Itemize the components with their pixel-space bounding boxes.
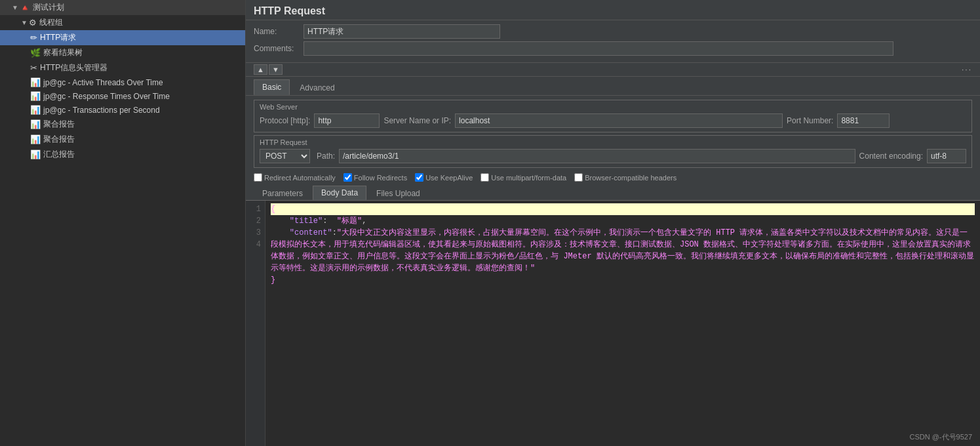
sidebar-item-aggregate1[interactable]: 📊 聚合报告 [0, 117, 245, 132]
sidebar-item-label: 聚合报告 [43, 134, 75, 145]
name-input[interactable] [304, 24, 500, 39]
sidebar-item-thread-group[interactable]: ▼ ⚙ 线程组 [0, 15, 245, 30]
sub-tab-parameters[interactable]: Parameters [254, 186, 311, 200]
web-server-title: Web Server [260, 103, 966, 111]
browser-headers-checkbox[interactable] [574, 173, 583, 182]
protocol-label: Protocol [http]: [260, 116, 310, 125]
down-button[interactable]: ▼ [269, 64, 283, 75]
sidebar-item-transactions[interactable]: 📊 jp@gc - Transactions per Second [0, 103, 245, 117]
code-line-1: { [271, 203, 975, 215]
line-num-3: 3 [250, 227, 261, 239]
http-request-section-title: HTTP Request [260, 138, 966, 146]
http-request-section: HTTP Request POST GET PUT DELETE Path: C… [254, 135, 972, 168]
browser-headers-label[interactable]: Browser-compatible headers [574, 173, 676, 182]
test-plan-icon: 🔺 [20, 3, 30, 12]
page-title: HTTP Request [254, 5, 972, 17]
sidebar-item-label: jp@gc - Response Times Over Time [43, 92, 170, 101]
sidebar-item-summary[interactable]: 📊 汇总报告 [0, 147, 245, 162]
sidebar-item-label: 聚合报告 [43, 119, 75, 130]
up-button[interactable]: ▲ [254, 64, 267, 75]
sidebar-item-label: 测试计划 [33, 2, 64, 13]
sidebar-item-label: 线程组 [39, 17, 63, 28]
sidebar-item-label: 察看结果树 [43, 47, 83, 58]
code-line-4: } [271, 274, 975, 286]
server-label: Server Name or IP: [383, 116, 451, 125]
chart-icon: 📊 [30, 77, 41, 87]
keepalive-checkbox[interactable] [415, 173, 423, 182]
sidebar-item-label: HTTP信息头管理器 [40, 62, 108, 73]
line-numbers: 1 2 3 4 [246, 201, 265, 446]
main-panel: HTTP Request Name: Comments: ▲ ▼ ··· Bas… [246, 0, 980, 446]
chart-icon: 📊 [30, 105, 41, 115]
multipart-checkbox[interactable] [480, 173, 489, 182]
comments-input[interactable] [304, 41, 893, 56]
follow-redirects-checkbox[interactable] [343, 173, 352, 182]
server-input[interactable] [455, 113, 783, 128]
sidebar-item-label: 汇总报告 [43, 149, 75, 160]
http-request-fields: POST GET PUT DELETE Path: Content encodi… [260, 149, 966, 163]
chart-icon: 📊 [30, 119, 41, 129]
sidebar-item-http-manager[interactable]: ✂ HTTP信息头管理器 [0, 60, 245, 75]
port-input[interactable] [837, 113, 890, 128]
code-line-2: "title": "标题", [271, 215, 975, 227]
port-label: Port Number: [787, 116, 833, 125]
path-label: Path: [317, 152, 335, 161]
web-server-fields: Protocol [http]: Server Name or IP: Port… [260, 113, 966, 128]
sub-tab-files-upload[interactable]: Files Upload [368, 186, 429, 200]
line-num-1: 1 [250, 203, 261, 215]
toolbar-row: ▲ ▼ ··· [246, 63, 980, 77]
redirect-auto-checkbox[interactable] [254, 173, 262, 182]
multipart-label[interactable]: Use multipart/form-data [480, 173, 566, 182]
main-tabs: Basic Advanced [246, 77, 980, 96]
sidebar-item-aggregate2[interactable]: 📊 聚合报告 [0, 132, 245, 147]
protocol-input[interactable] [314, 113, 380, 128]
sidebar: ▼ 🔺 测试计划 ▼ ⚙ 线程组 ✏ HTTP请求 🌿 察看结果树 ✂ HTTP… [0, 0, 246, 446]
thread-group-icon: ⚙ [29, 18, 37, 28]
http-request-icon: ✏ [30, 33, 37, 43]
follow-redirects-label[interactable]: Follow Redirects [343, 173, 407, 182]
chart-icon: 📊 [30, 150, 41, 159]
sidebar-item-test-plan[interactable]: ▼ 🔺 测试计划 [0, 0, 245, 15]
web-server-section: Web Server Protocol [http]: Server Name … [254, 100, 972, 132]
sub-tabs: Parameters Body Data Files Upload [246, 184, 980, 201]
method-select[interactable]: POST GET PUT DELETE [260, 149, 310, 163]
sidebar-item-label: HTTP请求 [40, 32, 76, 43]
encoding-label: Content encoding: [859, 152, 923, 161]
chart-icon: 📊 [30, 134, 41, 144]
chart-icon: 📊 [30, 91, 41, 101]
sidebar-item-view-results[interactable]: 🌿 察看结果树 [0, 45, 245, 60]
checkboxes-row: Redirect Automatically Follow Redirects … [246, 171, 980, 184]
keepalive-label[interactable]: Use KeepAlive [415, 173, 473, 182]
code-editor: 1 2 3 4 { "title": "标题", "content":"大段中文… [246, 201, 980, 446]
collapse-icon: ▼ [12, 4, 18, 11]
tab-advanced[interactable]: Advanced [291, 80, 343, 95]
code-content[interactable]: { "title": "标题", "content":"大段中文正文内容这里显示… [265, 201, 980, 446]
redirect-auto-label[interactable]: Redirect Automatically [254, 173, 336, 182]
name-row: Name: [254, 24, 972, 39]
more-options[interactable]: ··· [962, 65, 972, 74]
collapse-icon: ▼ [21, 19, 28, 26]
view-results-icon: 🌿 [30, 48, 41, 58]
title-bar: HTTP Request [246, 0, 980, 20]
sidebar-item-active-threads[interactable]: 📊 jp@gc - Active Threads Over Time [0, 75, 245, 89]
sub-tab-body-data[interactable]: Body Data [313, 186, 366, 200]
sidebar-item-response-times[interactable]: 📊 jp@gc - Response Times Over Time [0, 89, 245, 103]
http-manager-icon: ✂ [30, 63, 37, 73]
line-num-2: 2 [250, 215, 261, 227]
code-line-3: "content":"大段中文正文内容这里显示，内容很长，占据大量屏幕空间。在这… [271, 227, 975, 274]
path-input[interactable] [339, 149, 855, 163]
name-label: Name: [254, 27, 300, 36]
comments-row: Comments: [254, 41, 972, 56]
comments-label: Comments: [254, 44, 300, 53]
sidebar-item-label: jp@gc - Active Threads Over Time [43, 78, 163, 87]
line-num-4: 4 [250, 239, 261, 251]
encoding-input[interactable] [927, 149, 966, 163]
sidebar-item-label: jp@gc - Transactions per Second [43, 106, 160, 115]
form-area: Name: Comments: [246, 20, 980, 63]
tab-basic[interactable]: Basic [254, 79, 290, 95]
watermark: CSDN @-代号9527 [909, 432, 972, 442]
sidebar-item-http-request[interactable]: ✏ HTTP请求 [0, 30, 245, 45]
